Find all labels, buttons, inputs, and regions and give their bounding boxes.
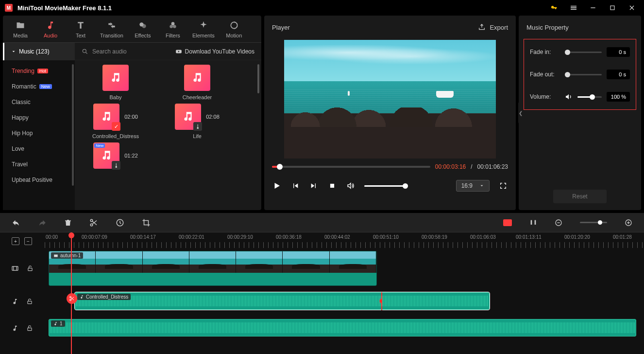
music-note-icon (53, 321, 58, 326)
category-romantic[interactable]: RomanticNew (3, 82, 75, 91)
download-icon[interactable]: ⭳ (193, 122, 202, 131)
prev-frame-button[interactable] (290, 181, 300, 191)
music-category-header[interactable]: Music (123) (3, 43, 75, 60)
fullscreen-button[interactable] (498, 181, 508, 191)
seek-slider[interactable] (272, 166, 430, 168)
lock-icon[interactable] (26, 325, 33, 332)
svg-point-5 (173, 25, 176, 28)
tab-filters[interactable]: Filters (162, 20, 184, 38)
audio-item[interactable]: New⭳01:22 (78, 141, 153, 172)
collapse-handle[interactable]: ❮ (518, 102, 523, 124)
player-panel: Player Export 00:00:03:16 / 00:01:06:23 … (264, 16, 516, 210)
audio-item[interactable]: Cheerleader (159, 63, 235, 100)
magnet-button[interactable] (529, 219, 537, 227)
fadeout-slider[interactable] (565, 74, 602, 75)
minimize-icon[interactable] (586, 0, 600, 15)
time-sep: / (471, 163, 472, 170)
fadein-value[interactable]: 0 s (607, 47, 630, 57)
download-icon[interactable]: ⭳ (112, 161, 120, 170)
audio-item[interactable]: ✓02:00 Controlled_Distress (78, 102, 153, 139)
zoom-slider[interactable] (580, 222, 607, 223)
volume-value[interactable]: 100 % (607, 92, 630, 102)
svg-rect-14 (535, 220, 536, 224)
volume-row: Volume: 100 % (530, 92, 630, 102)
search-icon (82, 48, 88, 55)
timeline-toolbar (0, 213, 644, 232)
youtube-icon (175, 48, 182, 55)
speed-button[interactable] (116, 218, 124, 227)
seek-bar: 00:00:03:16 / 00:01:06:23 (264, 159, 516, 174)
volume-prop-slider[interactable] (577, 96, 602, 98)
maximize-icon[interactable] (605, 0, 620, 15)
audio-track-icon (12, 298, 18, 305)
audio-item[interactable]: Baby (78, 63, 153, 100)
library-subheader: Music (123) Search audio Download YouTub… (3, 43, 261, 60)
license-key-icon[interactable] (547, 0, 561, 15)
category-love[interactable]: Love (3, 144, 75, 154)
zoom-in-button[interactable] (625, 219, 632, 227)
add-track-button[interactable]: + (12, 237, 19, 245)
preview-viewport (264, 39, 516, 159)
fadeout-value[interactable]: 0 s (607, 70, 630, 79)
delete-button[interactable] (64, 218, 72, 227)
tab-elements[interactable]: Elements (192, 20, 215, 38)
category-upbeat[interactable]: Upbeat Positive (3, 175, 75, 185)
tab-text[interactable]: Text (70, 20, 91, 38)
library-panel: Media Audio Text Transition Effects Filt… (3, 16, 261, 210)
category-trending[interactable]: TrendingHot (3, 66, 75, 76)
crop-button[interactable] (142, 218, 151, 227)
volume-label: Volume: (530, 93, 560, 100)
category-travel[interactable]: Travel (3, 159, 75, 169)
svg-point-7 (83, 49, 86, 53)
tab-motion[interactable]: Motion (223, 20, 245, 38)
lock-icon[interactable] (26, 298, 33, 305)
audio-clip-2[interactable]: 1 (49, 319, 636, 336)
category-hiphop[interactable]: Hip Hop (3, 128, 75, 138)
stop-button[interactable] (327, 181, 337, 191)
trim-handle-cursor[interactable] (377, 297, 385, 305)
category-classic[interactable]: Classic (3, 97, 75, 107)
undo-button[interactable] (12, 218, 20, 227)
lock-icon[interactable] (27, 265, 34, 272)
export-button[interactable]: Export (478, 23, 508, 31)
total-time: 00:01:06:23 (477, 163, 508, 170)
effects-icon (137, 20, 148, 31)
tab-effects[interactable]: Effects (132, 20, 153, 38)
tab-transition[interactable]: Transition (100, 20, 123, 38)
category-happy[interactable]: Happy (3, 113, 75, 123)
audio-item[interactable]: ⭳02:08 Life (159, 102, 235, 139)
video-clip[interactable]: autumn-1 (49, 251, 377, 286)
tab-audio[interactable]: Audio (40, 20, 61, 38)
reset-button[interactable]: Reset (553, 190, 607, 203)
tab-media[interactable]: Media (10, 20, 31, 38)
properties-title: Music Property (526, 24, 569, 31)
audio-clip-1[interactable]: Controlled_Distress (75, 292, 490, 310)
svg-rect-21 (54, 254, 58, 257)
music-note-icon (45, 20, 56, 31)
volume-slider[interactable] (364, 185, 408, 187)
volume-button[interactable] (346, 181, 356, 191)
category-list: TrendingHot RomanticNew Classic Happy Hi… (3, 60, 75, 210)
aspect-ratio-select[interactable]: 16:9 (456, 180, 490, 192)
close-icon[interactable] (625, 0, 639, 15)
search-input[interactable]: Search audio (75, 48, 175, 55)
remove-track-button[interactable]: − (24, 237, 32, 245)
film-icon (53, 253, 58, 258)
fadein-slider[interactable] (565, 52, 602, 53)
next-frame-button[interactable] (309, 181, 319, 191)
snap-toggle[interactable] (503, 219, 512, 226)
redo-button[interactable] (38, 218, 47, 227)
folder-icon (15, 20, 26, 31)
zoom-out-button[interactable] (555, 219, 562, 227)
svg-point-3 (171, 22, 175, 25)
menu-icon[interactable] (566, 0, 581, 15)
timeline-ruler[interactable]: +− 00:00 00:00:07:09 00:00:14:17 00:00:2… (0, 232, 644, 249)
current-time: 00:00:03:16 (435, 163, 466, 170)
play-button[interactable] (272, 181, 282, 191)
export-icon (478, 23, 486, 31)
video-track-icon (11, 265, 19, 272)
cut-indicator[interactable] (67, 293, 77, 304)
download-youtube-link[interactable]: Download YouTube Videos (175, 48, 261, 55)
fadein-row: Fade in: 0 s (530, 47, 630, 57)
split-button[interactable] (89, 218, 98, 227)
